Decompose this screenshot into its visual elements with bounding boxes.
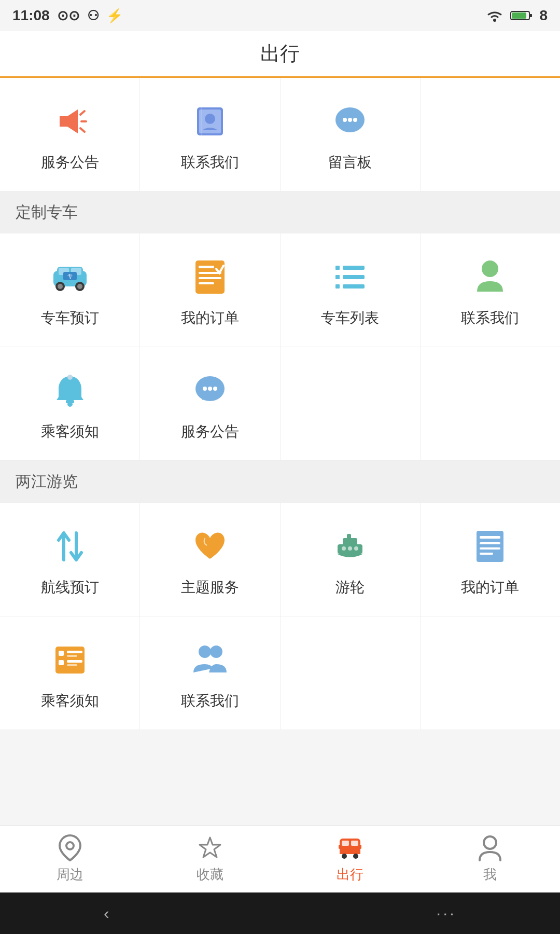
- svg-rect-36: [343, 275, 365, 279]
- heart-icon: [189, 526, 231, 567]
- svg-point-68: [66, 842, 74, 849]
- svg-rect-3: [512, 12, 526, 19]
- svg-rect-58: [480, 553, 493, 555]
- grid-item-cruise[interactable]: 游轮: [281, 503, 421, 616]
- cruise-label: 游轮: [335, 578, 365, 597]
- list-icon: [329, 256, 371, 298]
- usb-icon: ⚡: [106, 8, 123, 24]
- car-icon: 专: [49, 256, 91, 298]
- speaker-icon: [49, 101, 91, 142]
- svg-rect-34: [343, 266, 365, 270]
- svg-point-47: [213, 387, 217, 391]
- persons-icon: [189, 639, 231, 681]
- grid-item-car-list[interactable]: 专车列表: [281, 233, 421, 347]
- more-button[interactable]: ···: [436, 904, 456, 923]
- svg-rect-32: [199, 282, 214, 284]
- svg-point-53: [354, 546, 358, 551]
- back-button[interactable]: ‹: [104, 904, 109, 923]
- grid-item-contact-us-top[interactable]: 联系我们: [140, 78, 280, 191]
- bell-icon: [49, 370, 91, 411]
- service-announcement-car-label: 服务公告: [181, 422, 239, 442]
- service-announcement-label: 服务公告: [41, 153, 99, 172]
- box-list-icon: [49, 639, 91, 681]
- grid-item-car-booking[interactable]: 专 专车预订: [0, 233, 140, 347]
- svg-rect-29: [199, 266, 214, 268]
- grid-item-empty-river-4: [421, 616, 560, 730]
- custom-car-row1: 专 专车预订 我的订单: [0, 233, 560, 347]
- grid-item-contact-us-car[interactable]: 联系我们: [421, 233, 560, 347]
- svg-point-74: [342, 854, 347, 859]
- svg-point-0: [493, 19, 496, 22]
- bus-icon: [337, 834, 363, 861]
- svg-text:专: 专: [67, 273, 73, 279]
- svg-rect-56: [480, 542, 500, 544]
- time: 11:08: [12, 7, 50, 24]
- svg-rect-31: [199, 277, 221, 279]
- grid-item-message-board[interactable]: 留言板: [281, 78, 421, 191]
- svg-point-67: [210, 645, 222, 658]
- river-tour-row2: 乘客须知 联系我们: [0, 616, 560, 730]
- doc-list-icon: [469, 526, 511, 567]
- user-icon: [477, 834, 503, 861]
- svg-rect-76: [339, 845, 341, 849]
- message-board-label: 留言板: [328, 153, 372, 172]
- svg-point-75: [353, 854, 358, 859]
- svg-point-17: [353, 118, 357, 122]
- system-nav-bar: ‹ ···: [0, 892, 560, 934]
- svg-marker-69: [200, 837, 220, 857]
- person-icon: ⚇: [87, 8, 99, 24]
- order-list-icon: [189, 256, 231, 298]
- svg-point-11: [205, 114, 215, 124]
- section-header-river-tour: 两江游览: [0, 461, 560, 503]
- svg-rect-35: [335, 275, 340, 279]
- river-tour-row1: 航线预订 主题服务: [0, 503, 560, 616]
- svg-point-78: [484, 836, 496, 849]
- grid-item-service-announcement-car[interactable]: 服务公告: [140, 347, 280, 461]
- svg-point-42: [67, 375, 73, 380]
- chat-icon: [329, 101, 371, 142]
- nav-item-nearby[interactable]: 周边: [0, 834, 140, 884]
- nav-label-travel: 出行: [337, 866, 363, 884]
- my-orders-car-label: 我的订单: [181, 308, 239, 328]
- contact-us-top-label: 联系我们: [181, 153, 239, 172]
- grid-item-my-orders-car[interactable]: 我的订单: [140, 233, 280, 347]
- grid-item-empty-river-3: [281, 616, 421, 730]
- theme-service-label: 主题服务: [181, 578, 239, 597]
- page-header: 出行: [0, 31, 560, 78]
- svg-line-6: [80, 111, 85, 115]
- svg-rect-57: [480, 547, 500, 550]
- svg-rect-62: [67, 655, 77, 657]
- svg-rect-38: [343, 284, 365, 289]
- grid-item-passenger-notice-river[interactable]: 乘客须知: [0, 616, 140, 730]
- location-icon: [57, 834, 83, 861]
- grid-item-contact-us-river[interactable]: 联系我们: [140, 616, 280, 730]
- svg-point-15: [343, 118, 347, 122]
- grid-item-theme-service[interactable]: 主题服务: [140, 503, 280, 616]
- nav-item-travel[interactable]: 出行: [280, 834, 420, 884]
- nav-item-favorites[interactable]: 收藏: [140, 834, 280, 884]
- status-left: 11:08 ⊙⊙ ⚇ ⚡: [12, 7, 123, 24]
- bottom-nav: 周边 收藏 出行: [0, 825, 560, 892]
- grid-item-my-orders-river[interactable]: 我的订单: [421, 503, 560, 616]
- battery-level: 8: [539, 7, 548, 24]
- svg-rect-33: [335, 266, 340, 270]
- grid-item-passenger-notice-car[interactable]: 乘客须知: [0, 347, 140, 461]
- phone-book-icon: [189, 101, 231, 142]
- svg-rect-71: [342, 841, 349, 846]
- contact-us-river-label: 联系我们: [181, 691, 239, 711]
- grid-item-empty-car-3: [281, 347, 421, 461]
- person-icon: [469, 256, 511, 298]
- svg-point-39: [482, 260, 498, 277]
- nav-item-me[interactable]: 我: [420, 834, 560, 884]
- wifi-icon: [485, 8, 504, 23]
- status-bar: 11:08 ⊙⊙ ⚇ ⚡ 8: [0, 0, 560, 31]
- chat-dots-icon: [189, 370, 231, 411]
- status-right: 8: [485, 7, 548, 24]
- grid-item-service-announcement[interactable]: 服务公告: [0, 78, 140, 191]
- nav-label-nearby: 周边: [57, 866, 83, 884]
- svg-rect-37: [335, 284, 340, 289]
- grid-item-route-booking[interactable]: 航线预订: [0, 503, 140, 616]
- svg-point-41: [67, 402, 73, 407]
- section-header-custom-car: 定制专车: [0, 191, 560, 233]
- sim-icon: ⊙⊙: [57, 8, 80, 24]
